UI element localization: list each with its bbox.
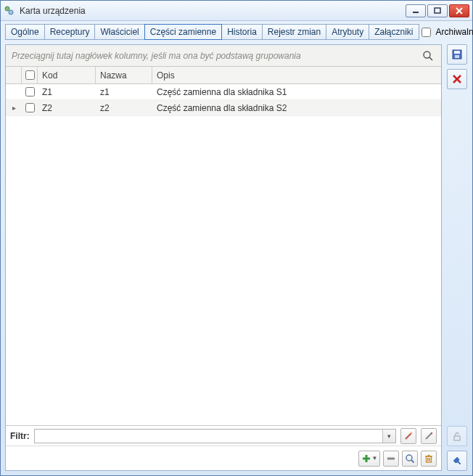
svg-point-11 bbox=[431, 432, 432, 433]
minimize-button[interactable] bbox=[406, 4, 426, 17]
tab-atrybuty[interactable]: Atrybuty bbox=[326, 24, 369, 40]
svg-point-15 bbox=[406, 455, 412, 461]
row-checkbox-cell[interactable] bbox=[22, 84, 38, 99]
tab-receptury[interactable]: Receptury bbox=[44, 24, 96, 40]
row-checkbox[interactable] bbox=[25, 87, 35, 97]
bottom-toolbar: ▼ bbox=[6, 446, 441, 470]
lock-button[interactable] bbox=[447, 426, 467, 446]
wand-alt-icon[interactable] bbox=[421, 428, 437, 444]
tab-załączniki[interactable]: Załączniki bbox=[369, 24, 419, 40]
svg-rect-24 bbox=[454, 51, 460, 54]
app-icon bbox=[4, 5, 15, 17]
archive-label[interactable]: Archiwalne bbox=[436, 27, 473, 37]
svg-point-1 bbox=[9, 10, 13, 15]
side-toolbar bbox=[446, 44, 468, 471]
pin-button[interactable] bbox=[447, 451, 467, 471]
col-nazwa[interactable]: Nazwa bbox=[96, 67, 152, 83]
cell-opis: Część zamienna dla składnika S1 bbox=[152, 84, 441, 99]
cell-kod: Z2 bbox=[38, 100, 96, 115]
add-button[interactable]: ▼ bbox=[358, 451, 380, 467]
col-select-all[interactable] bbox=[22, 67, 38, 83]
maximize-button[interactable] bbox=[427, 4, 448, 17]
trash-button[interactable] bbox=[421, 451, 437, 467]
tab-ogólne[interactable]: Ogólne bbox=[5, 24, 45, 40]
window-root: Karta urządzenia OgólneRecepturyWłaścici… bbox=[0, 0, 473, 476]
filter-label: Filtr: bbox=[10, 431, 30, 441]
cell-nazwa: z1 bbox=[96, 84, 152, 99]
archive-checkbox[interactable] bbox=[421, 28, 431, 37]
remove-button[interactable] bbox=[383, 451, 399, 467]
main-panel: Przeciągnij tutaj nagłówek kolumny, jeśl… bbox=[5, 44, 442, 471]
save-button[interactable] bbox=[447, 44, 467, 65]
content-area: Przeciągnij tutaj nagłówek kolumny, jeśl… bbox=[1, 40, 472, 475]
col-opis[interactable]: Opis bbox=[152, 67, 441, 83]
row-indicator: ▸ bbox=[6, 100, 22, 115]
svg-line-10 bbox=[426, 433, 432, 439]
tab-historia[interactable]: Historia bbox=[221, 24, 263, 40]
tab-właściciel[interactable]: Właściciel bbox=[94, 24, 144, 40]
archive-toggle-wrap: Archiwalne bbox=[419, 25, 473, 39]
svg-rect-3 bbox=[435, 8, 440, 13]
col-indicator bbox=[6, 67, 22, 83]
window-title: Karta urządzenia bbox=[20, 6, 404, 16]
select-all-checkbox[interactable] bbox=[25, 70, 35, 80]
svg-point-9 bbox=[411, 432, 412, 433]
wand-icon[interactable] bbox=[400, 428, 416, 444]
delete-side-button[interactable] bbox=[447, 69, 467, 89]
close-button[interactable] bbox=[449, 4, 469, 17]
table-row[interactable]: Z1z1Część zamienna dla składnika S1 bbox=[6, 84, 441, 100]
row-checkbox[interactable] bbox=[25, 103, 35, 112]
cell-opis: Część zamienna dla składnika S2 bbox=[152, 100, 441, 115]
svg-rect-28 bbox=[454, 436, 460, 440]
tab-rejestr-zmian[interactable]: Rejestr zmian bbox=[262, 24, 326, 40]
cell-nazwa: z2 bbox=[96, 100, 152, 115]
col-kod[interactable]: Kod bbox=[38, 67, 96, 83]
svg-line-16 bbox=[411, 460, 414, 463]
grid-header: Kod Nazwa Opis bbox=[6, 67, 441, 84]
titlebar: Karta urządzenia bbox=[1, 1, 472, 21]
filter-row: Filtr: ▾ bbox=[6, 425, 441, 446]
svg-point-6 bbox=[424, 52, 430, 58]
svg-line-8 bbox=[406, 433, 411, 439]
filter-dropdown-button[interactable]: ▾ bbox=[382, 430, 395, 443]
magnifier-button[interactable] bbox=[402, 451, 418, 467]
filter-combo[interactable]: ▾ bbox=[34, 429, 396, 443]
cell-kod: Z1 bbox=[38, 84, 96, 99]
grouping-hint-bar[interactable]: Przeciągnij tutaj nagłówek kolumny, jeśl… bbox=[6, 45, 441, 67]
search-icon[interactable] bbox=[421, 49, 435, 63]
tab-bar: OgólneRecepturyWłaścicielCzęści zamienne… bbox=[1, 21, 472, 40]
tab-części-zamienne[interactable]: Części zamienne bbox=[144, 24, 222, 40]
svg-point-0 bbox=[5, 7, 9, 11]
grouping-hint-text: Przeciągnij tutaj nagłówek kolumny, jeśl… bbox=[12, 51, 301, 61]
filter-input[interactable] bbox=[35, 430, 382, 443]
grid-body[interactable]: Z1z1Część zamienna dla składnika S1▸Z2z2… bbox=[6, 84, 441, 425]
svg-line-7 bbox=[429, 57, 432, 60]
row-indicator bbox=[6, 84, 22, 99]
table-row[interactable]: ▸Z2z2Część zamienna dla składnika S2 bbox=[6, 100, 441, 116]
row-checkbox-cell[interactable] bbox=[22, 100, 38, 115]
svg-rect-25 bbox=[455, 55, 459, 58]
